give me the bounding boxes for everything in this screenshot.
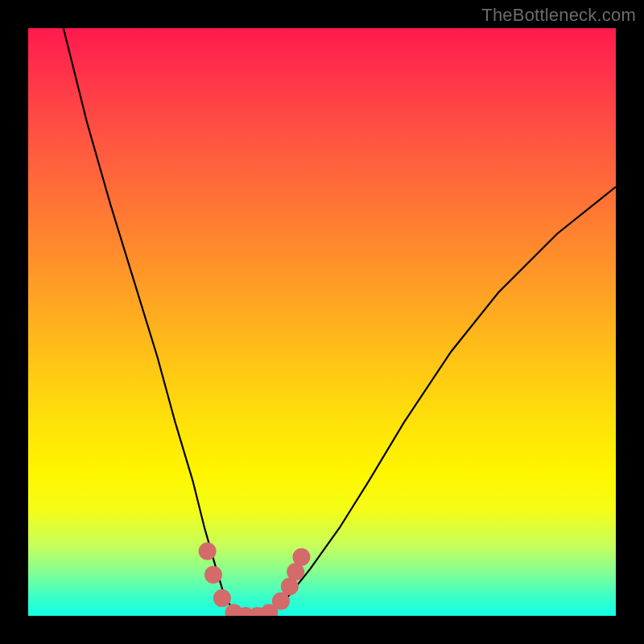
highlight-points [199,543,311,616]
svg-point-7 [272,592,290,610]
watermark-text: TheBottleneck.com [481,5,636,26]
curve-layer [28,28,616,616]
chart-frame: TheBottleneck.com [0,0,644,644]
svg-point-10 [292,548,310,566]
svg-point-2 [213,589,231,607]
bottleneck-curve [64,28,616,616]
plot-area [28,28,616,616]
svg-point-1 [204,566,222,584]
svg-point-0 [199,543,217,560]
